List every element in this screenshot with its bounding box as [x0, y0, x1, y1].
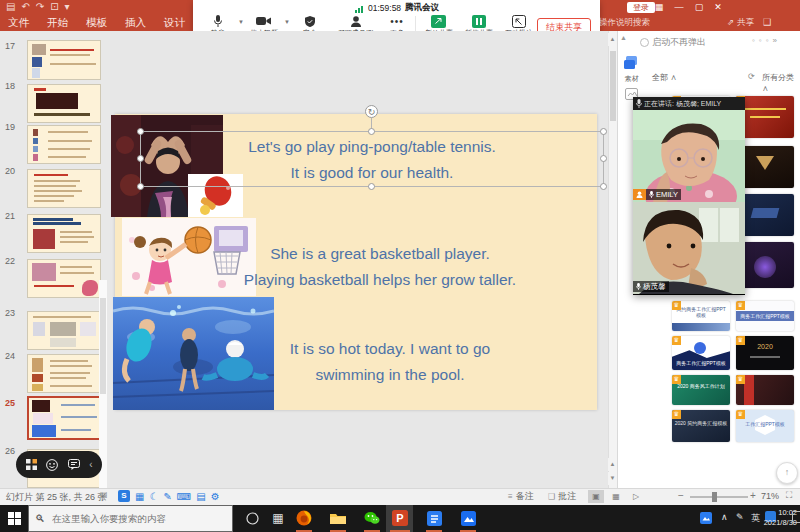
- pane-header-icons[interactable]: ◦◦◦»: [752, 36, 781, 45]
- ime-toolbar[interactable]: S ▦ ☾ ✎ ⌨ ▤ ⚙: [118, 489, 220, 503]
- taskbar-firefox[interactable]: [292, 507, 316, 529]
- task-view-button[interactable]: ▦: [266, 507, 290, 529]
- template-card[interactable]: ♛: [736, 375, 794, 405]
- video-tile-emily[interactable]: EMILY: [633, 110, 745, 202]
- zoom-slider-track[interactable]: [690, 496, 748, 498]
- taskbar-search[interactable]: 🔍︎: [28, 505, 233, 532]
- minimize-button[interactable]: —: [671, 1, 687, 13]
- pane-collapse-icon[interactable]: ▲: [620, 34, 627, 41]
- tab-home[interactable]: 开始: [47, 16, 68, 30]
- template-card[interactable]: ♛ 2020: [736, 336, 794, 370]
- tray-pin-icon[interactable]: ✎: [736, 512, 744, 522]
- resize-handle-se[interactable]: [600, 183, 607, 190]
- resize-handle-sw[interactable]: [137, 183, 144, 190]
- slide-thumbnail-23[interactable]: [27, 311, 101, 350]
- close-button[interactable]: ✕: [710, 1, 726, 13]
- resize-handle-s[interactable]: [368, 183, 375, 190]
- resize-handle-e[interactable]: [600, 155, 607, 162]
- emoji-icon[interactable]: [46, 459, 58, 471]
- taskbar-wechat[interactable]: [360, 507, 384, 529]
- notification-center-icon[interactable]: [792, 511, 800, 523]
- text-block-basketball[interactable]: She is a great basketball player. Playin…: [160, 241, 600, 293]
- search-input[interactable]: [50, 512, 224, 525]
- resize-handle-ne[interactable]: [600, 128, 607, 135]
- ime-moon-icon[interactable]: ☾: [149, 491, 158, 502]
- scroll-up-icon[interactable]: ▲: [608, 33, 617, 46]
- maximize-button[interactable]: ▢: [691, 1, 707, 13]
- resize-handle-w[interactable]: [137, 155, 144, 162]
- ime-pen-icon[interactable]: ✎: [163, 491, 171, 502]
- meeting-mini-toolbar[interactable]: ‹: [16, 451, 102, 478]
- slide-thumbnail-24[interactable]: [27, 354, 101, 393]
- slide-thumbnail-17[interactable]: [27, 40, 101, 80]
- new-share-icon: [419, 14, 459, 28]
- template-card[interactable]: ♛ 简约商务工作汇报PPT模板: [672, 301, 730, 331]
- template-card[interactable]: ♛ 商务工作汇报PPT模板: [672, 336, 730, 370]
- quick-access-toolbar[interactable]: ▤↶↷⊡▾: [6, 1, 76, 12]
- no-popup-option[interactable]: 启动不再弹出: [640, 36, 706, 49]
- rotation-handle[interactable]: ↻: [365, 105, 378, 118]
- template-card[interactable]: ♛ 商务工作汇报PPT模板: [736, 301, 794, 331]
- taskbar-powerpoint-active[interactable]: P: [388, 507, 412, 529]
- slide-thumbnail-25-selected[interactable]: [27, 396, 101, 440]
- cortana-button[interactable]: [240, 507, 264, 529]
- start-button[interactable]: [2, 507, 26, 529]
- tray-expand-icon[interactable]: ∧: [721, 512, 728, 522]
- template-card[interactable]: ♛ 工作汇报PPT模板: [736, 410, 794, 442]
- ime-keyboard-icon[interactable]: ⌨: [177, 491, 191, 502]
- zoom-in-button[interactable]: +: [750, 490, 756, 501]
- ime-logo-icon[interactable]: S: [118, 490, 130, 502]
- zoom-out-button[interactable]: −: [678, 490, 684, 501]
- material-tab[interactable]: 素材: [623, 56, 640, 84]
- tab-file[interactable]: 文件: [8, 16, 29, 30]
- slide-thumbnail-21[interactable]: [27, 214, 101, 253]
- share-button[interactable]: ⇗共享: [727, 17, 754, 29]
- video-tile-yang[interactable]: 杨茂馨: [633, 202, 745, 294]
- ime-settings-icon[interactable]: ⚙: [211, 491, 220, 502]
- taskbar-meeting[interactable]: [456, 507, 480, 529]
- person-icon: [330, 14, 382, 28]
- resize-handle-nw[interactable]: [137, 128, 144, 135]
- slide-thumbnail-20[interactable]: [27, 169, 101, 208]
- zoom-slider-thumb[interactable]: [712, 492, 717, 502]
- slide-thumbnail-22[interactable]: [27, 259, 101, 298]
- fit-window-icon[interactable]: ⛶: [786, 490, 792, 501]
- taskbar-clock[interactable]: 10:02 2021/8/30: [757, 508, 797, 528]
- scroll-prev-slide-icon[interactable]: ▲: [608, 458, 617, 471]
- refresh-icon[interactable]: ⟳: [748, 72, 755, 81]
- view-slideshow-button[interactable]: ▷: [628, 490, 644, 503]
- textbox-selection-outline[interactable]: [140, 131, 604, 187]
- template-card[interactable]: ♛ 2020 简约商务汇报模板: [672, 410, 730, 442]
- tab-template[interactable]: 模板: [86, 16, 107, 30]
- back-to-top-button[interactable]: ↑: [776, 462, 798, 484]
- canvas-scrollbar[interactable]: [608, 31, 617, 488]
- resize-handle-n[interactable]: [368, 128, 375, 135]
- scroll-next-slide-icon[interactable]: ▼: [608, 472, 617, 485]
- notes-pen-icon[interactable]: ▤: [100, 490, 108, 499]
- checkbox-icon[interactable]: [640, 38, 649, 47]
- taskbar-explorer[interactable]: [326, 507, 350, 529]
- ime-mode-icon[interactable]: ▦: [135, 491, 144, 502]
- view-sorter-button[interactable]: ▦: [608, 490, 624, 503]
- filter-category[interactable]: 所有分类 ∧: [762, 72, 800, 94]
- help-search[interactable]: 操作说明搜索: [599, 17, 650, 29]
- notes-toggle[interactable]: ≡备注: [508, 490, 534, 503]
- ime-board-icon[interactable]: ▤: [196, 491, 205, 502]
- apps-icon[interactable]: [26, 459, 37, 470]
- template-card[interactable]: ♛ 2020 商务风工作计划: [672, 375, 730, 405]
- video-panel[interactable]: 正在讲话: 杨茂馨; EMILY EMILY: [633, 97, 745, 295]
- ribbon-options-icon[interactable]: ▦: [651, 1, 667, 13]
- collapse-chevron-icon[interactable]: ‹: [89, 459, 92, 470]
- taskbar-docs[interactable]: [422, 507, 446, 529]
- tray-meeting-icon[interactable]: [700, 510, 712, 528]
- comment-icon[interactable]: ❑: [763, 17, 771, 27]
- tab-design[interactable]: 设计: [164, 16, 185, 30]
- slide-thumbnail-18[interactable]: [27, 84, 101, 123]
- slide-thumbnail-19[interactable]: [27, 125, 101, 164]
- comments-toggle[interactable]: ❑批注: [548, 490, 576, 503]
- filter-all[interactable]: 全部 ∧: [652, 72, 677, 83]
- text-block-swimming[interactable]: It is so hot today. I want to go swimmin…: [180, 336, 600, 388]
- chat-icon[interactable]: [68, 459, 80, 470]
- view-normal-button[interactable]: ▣: [588, 490, 604, 503]
- tab-insert[interactable]: 插入: [125, 16, 146, 30]
